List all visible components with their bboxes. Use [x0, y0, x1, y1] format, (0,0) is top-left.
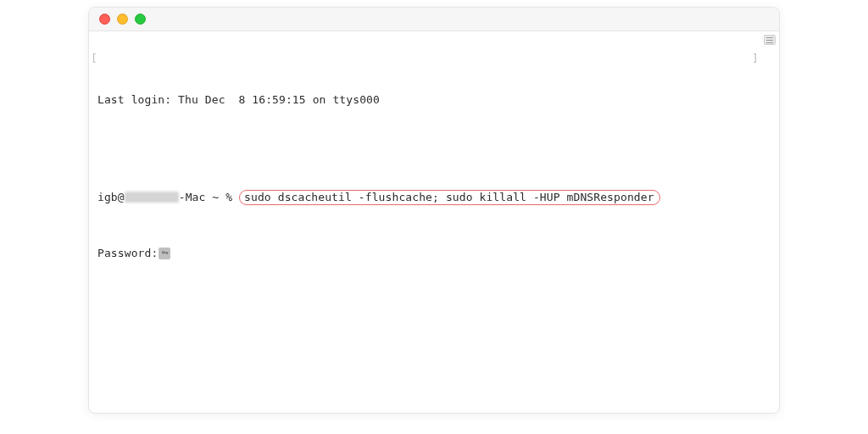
titlebar	[89, 8, 779, 31]
prompt-user: igb@	[97, 191, 125, 204]
password-line: Password:	[97, 247, 771, 260]
password-label: Password:	[97, 247, 158, 260]
maximize-icon[interactable]	[135, 14, 146, 25]
left-bracket: [	[91, 52, 97, 65]
close-icon[interactable]	[99, 14, 110, 25]
hostname-blur	[125, 192, 179, 203]
command-text: sudo dscacheutil -flushcache; sudo killa…	[244, 191, 654, 203]
last-login-line: Last login: Thu Dec 8 16:59:15 on ttys00…	[97, 93, 771, 107]
menu-indicator-icon	[764, 35, 776, 45]
prompt-host-suffix: -Mac ~ %	[179, 191, 232, 204]
terminal-body[interactable]: Last login: Thu Dec 8 16:59:15 on ttys00…	[89, 31, 779, 413]
minimize-icon[interactable]	[117, 14, 128, 25]
right-bracket: ]	[752, 52, 759, 65]
command-highlight: sudo dscacheutil -flushcache; sudo killa…	[239, 190, 660, 205]
key-icon	[159, 248, 170, 259]
prompt-line: igb@-Mac ~ % sudo dscacheutil -flushcach…	[97, 190, 771, 205]
terminal-window: Last login: Thu Dec 8 16:59:15 on ttys00…	[88, 7, 780, 414]
